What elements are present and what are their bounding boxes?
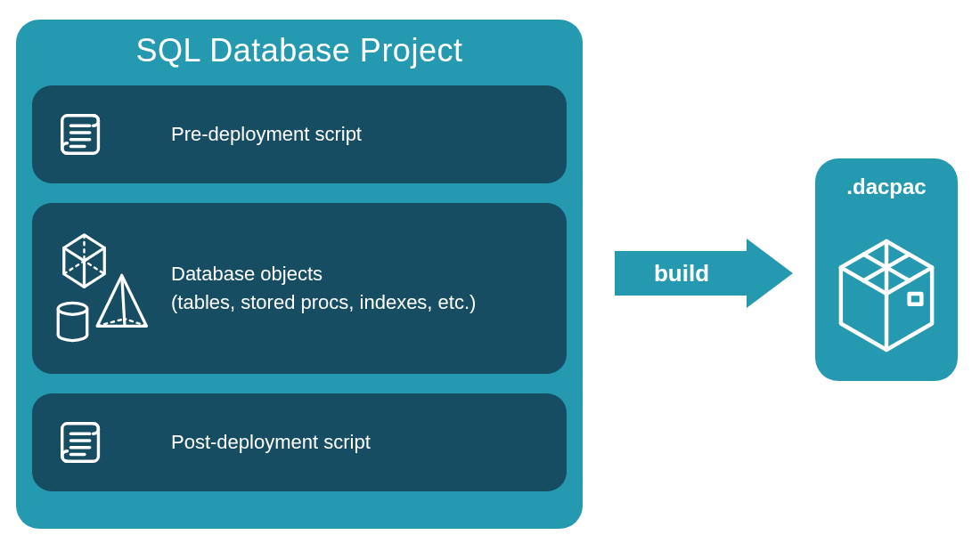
section-pre-deployment: Pre-deployment script — [32, 85, 567, 183]
svg-rect-20 — [910, 294, 922, 304]
geometry-shapes-icon — [55, 222, 171, 355]
script-icon — [55, 415, 171, 470]
section-label: Post-deployment script — [171, 428, 543, 457]
project-title: SQL Database Project — [32, 32, 567, 69]
arrow-head-icon — [747, 239, 793, 308]
project-card: SQL Database Project Pre-depl — [16, 20, 583, 529]
section-label: Pre-deployment script — [171, 120, 543, 149]
section-label-text: Post-deployment script — [171, 431, 371, 453]
section-post-deployment: Post-deployment script — [32, 393, 567, 491]
section-label-text: Pre-deployment script — [171, 123, 362, 145]
svg-point-9 — [58, 303, 87, 314]
diagram-stage: SQL Database Project Pre-depl — [0, 0, 980, 551]
arrow-label: build — [615, 251, 748, 296]
output-filetype-label: .dacpac — [846, 174, 926, 199]
section-label-line1: Database objects — [171, 263, 323, 285]
section-database-objects: Database objects (tables, stored procs, … — [32, 203, 567, 374]
build-arrow: build — [615, 239, 795, 308]
section-label-line2: (tables, stored procs, indexes, etc.) — [171, 291, 476, 313]
output-card: .dacpac — [815, 158, 958, 381]
script-icon — [55, 107, 171, 162]
section-label: Database objects (tables, stored procs, … — [171, 260, 543, 317]
package-box-icon — [815, 210, 958, 381]
